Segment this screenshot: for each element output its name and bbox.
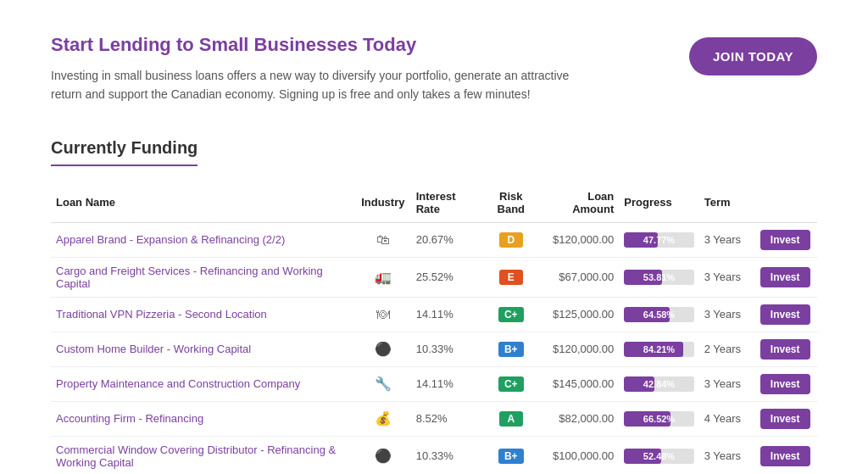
loan-name-link[interactable]: Traditional VPN Pizzeria - Second Locati… [56,308,267,321]
loan-name-link[interactable]: Apparel Brand - Expansion & Refinancing … [56,233,285,246]
col-header-loan-name: Loan Name [51,183,355,223]
term-cell: 3 Years [699,257,755,297]
loan-name-link[interactable]: Property Maintenance and Construction Co… [56,377,300,390]
loan-name-link[interactable]: Accounting Firm - Refinancing [56,412,203,425]
invest-cell: Invest [755,257,817,297]
progress-bar-bg: 42.84% [624,376,693,392]
loan-name-cell: Property Maintenance and Construction Co… [51,366,355,401]
invest-button[interactable]: Invest [760,267,810,287]
progress-bar-bg: 52.48% [624,449,693,464]
progress-bar-bg: 84.21% [624,342,693,357]
risk-badge: C+ [498,376,524,392]
col-header-term: Term [699,183,755,223]
invest-button[interactable]: Invest [760,409,810,429]
invest-button[interactable]: Invest [760,230,810,250]
loan-amount-cell: $67,000.00 [539,257,619,297]
loan-name-link[interactable]: Custom Home Builder - Working Capital [56,343,251,355]
progress-cell: 84.21% [619,332,698,366]
interest-rate-cell: 14.11% [411,297,483,332]
term-cell: 3 Years [699,436,755,474]
loan-name-link[interactable]: Commercial Window Covering Distributor -… [56,443,336,469]
progress-label: 52.48% [624,449,693,464]
loan-name-link[interactable]: Cargo and Freight Services - Refinancing… [56,265,323,290]
risk-badge: A [499,411,523,427]
col-header-progress: Progress [619,183,698,223]
risk-badge: C+ [498,307,524,322]
invest-cell: Invest [755,436,817,474]
invest-cell: Invest [755,222,817,257]
invest-button[interactable]: Invest [760,339,810,360]
interest-rate-cell: 10.33% [411,332,483,366]
industry-icon: ⚫ [355,332,411,366]
hero-text: Start Lending to Small Businesses Today … [51,34,576,104]
risk-badge: D [499,232,523,248]
table-row: Cargo and Freight Services - Refinancing… [51,257,817,297]
table-header-row: Loan Name Industry Interest Rate Risk Ba… [51,183,817,223]
term-cell: 3 Years [699,222,755,257]
risk-band-cell: E [483,257,539,297]
invest-button[interactable]: Invest [760,446,810,466]
invest-cell: Invest [755,401,817,436]
progress-label: 47.77% [624,232,693,248]
col-header-interest-rate: Interest Rate [411,183,483,223]
col-header-action [755,183,817,223]
currently-funding-section: Currently Funding Loan Name Industry Int… [51,138,817,474]
progress-bar-bg: 47.77% [624,232,693,248]
progress-cell: 53.81% [619,257,698,297]
hero-title: Start Lending to Small Businesses Today [51,34,576,56]
col-header-industry: Industry [355,183,411,223]
table-row: Commercial Window Covering Distributor -… [51,436,817,474]
industry-icon: 🔧 [355,366,411,401]
col-header-loan-amount: Loan Amount [539,183,619,223]
term-cell: 3 Years [699,297,755,332]
risk-band-cell: B+ [483,436,539,474]
invest-button[interactable]: Invest [760,374,810,394]
invest-button[interactable]: Invest [760,304,810,325]
join-today-button[interactable]: JOIN TODAY [689,37,817,75]
progress-label: 42.84% [624,376,693,392]
loan-amount-cell: $120,000.00 [539,332,619,366]
table-row: Traditional VPN Pizzeria - Second Locati… [51,297,817,332]
progress-cell: 66.52% [619,401,698,436]
hero-section: Start Lending to Small Businesses Today … [51,34,817,104]
table-row: Custom Home Builder - Working Capital⚫10… [51,332,817,366]
loans-table: Loan Name Industry Interest Rate Risk Ba… [51,183,817,474]
section-title: Currently Funding [51,138,198,166]
table-row: Accounting Firm - Refinancing💰8.52%A$82,… [51,401,817,436]
industry-icon: ⚫ [355,436,411,474]
loan-name-cell: Commercial Window Covering Distributor -… [51,436,355,474]
hero-description: Investing in small business loans offers… [51,66,576,104]
loan-amount-cell: $145,000.00 [539,366,619,401]
loan-amount-cell: $125,000.00 [539,297,619,332]
invest-cell: Invest [755,332,817,366]
term-cell: 3 Years [699,366,755,401]
invest-cell: Invest [755,297,817,332]
loan-name-cell: Accounting Firm - Refinancing [51,401,355,436]
risk-band-cell: A [483,401,539,436]
progress-label: 84.21% [624,342,693,357]
industry-icon: 🛍 [355,222,411,257]
page-wrapper: Start Lending to Small Businesses Today … [0,0,868,474]
invest-cell: Invest [755,366,817,401]
progress-bar-bg: 66.52% [624,411,693,427]
risk-band-cell: B+ [483,332,539,366]
risk-badge: E [499,270,523,285]
progress-cell: 52.48% [619,436,698,474]
loan-amount-cell: $82,000.00 [539,401,619,436]
interest-rate-cell: 25.52% [411,257,483,297]
interest-rate-cell: 8.52% [411,401,483,436]
loan-name-cell: Apparel Brand - Expansion & Refinancing … [51,222,355,257]
interest-rate-cell: 14.11% [411,366,483,401]
loan-name-cell: Cargo and Freight Services - Refinancing… [51,257,355,297]
risk-band-cell: C+ [483,366,539,401]
industry-icon: 🚛 [355,257,411,297]
progress-label: 64.58% [624,307,693,322]
progress-bar-bg: 64.58% [624,307,693,322]
progress-cell: 47.77% [619,222,698,257]
term-cell: 4 Years [699,401,755,436]
risk-badge: B+ [498,342,524,357]
risk-band-cell: C+ [483,297,539,332]
interest-rate-cell: 10.33% [411,436,483,474]
risk-band-cell: D [483,222,539,257]
loan-amount-cell: $120,000.00 [539,222,619,257]
